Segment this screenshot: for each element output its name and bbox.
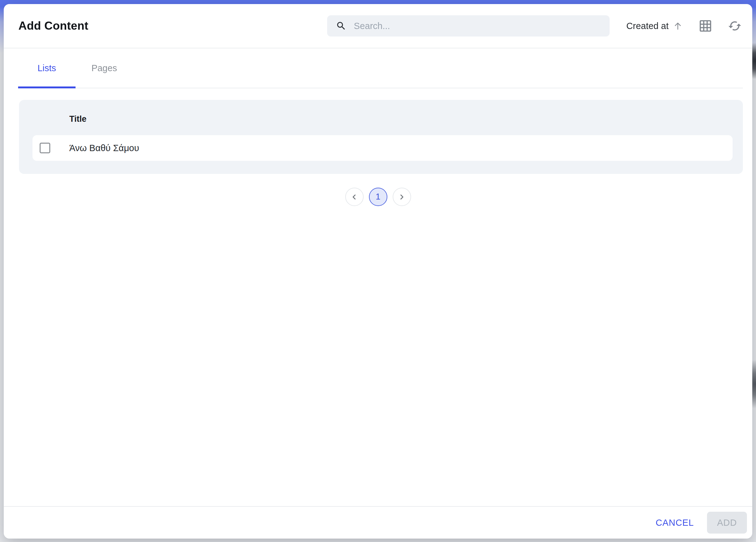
grid-view-button[interactable] bbox=[699, 19, 712, 33]
prev-page-button[interactable] bbox=[345, 188, 364, 206]
dialog-footer: CANCEL ADD bbox=[4, 506, 752, 539]
add-button[interactable]: ADD bbox=[707, 512, 747, 534]
cancel-button[interactable]: CANCEL bbox=[656, 518, 694, 528]
content-table: Title Άνω Βαθύ Σάμου bbox=[19, 100, 743, 174]
chevron-left-icon bbox=[350, 193, 358, 201]
row-checkbox-unchecked[interactable] bbox=[40, 143, 50, 153]
next-page-button[interactable] bbox=[393, 188, 411, 206]
column-header-title: Title bbox=[69, 114, 86, 124]
refresh-button[interactable] bbox=[728, 19, 742, 33]
tab-lists[interactable]: Lists bbox=[18, 48, 76, 88]
header-controls: Created at bbox=[626, 19, 742, 33]
sort-label: Created at bbox=[626, 21, 669, 31]
tab-pages[interactable]: Pages bbox=[76, 48, 133, 88]
table-header: Title bbox=[19, 100, 743, 124]
tab-bar: Lists Pages bbox=[18, 48, 743, 88]
grid-view-icon bbox=[699, 19, 712, 33]
chevron-right-icon bbox=[398, 193, 406, 201]
dialog-header: Add Content Created at bbox=[4, 4, 752, 48]
dialog-title: Add Content bbox=[18, 19, 88, 32]
sort-button[interactable]: Created at bbox=[626, 21, 683, 31]
row-title: Άνω Βαθύ Σάμου bbox=[69, 143, 139, 153]
tab-lists-label: Lists bbox=[37, 63, 56, 73]
search-input[interactable] bbox=[354, 21, 601, 31]
table-row[interactable]: Άνω Βαθύ Σάμου bbox=[32, 135, 733, 161]
dialog-body-empty-space bbox=[4, 206, 752, 506]
search-icon bbox=[336, 21, 346, 31]
arrow-up-icon bbox=[673, 21, 683, 31]
page-1-label: 1 bbox=[376, 192, 380, 202]
tab-pages-label: Pages bbox=[91, 63, 117, 73]
page-backdrop: Add Content Created at bbox=[0, 0, 756, 542]
page-1-button[interactable]: 1 bbox=[369, 188, 387, 206]
search-box[interactable] bbox=[327, 15, 610, 37]
pagination: 1 bbox=[4, 188, 752, 206]
add-content-dialog: Add Content Created at bbox=[4, 4, 752, 539]
refresh-icon bbox=[728, 19, 742, 33]
